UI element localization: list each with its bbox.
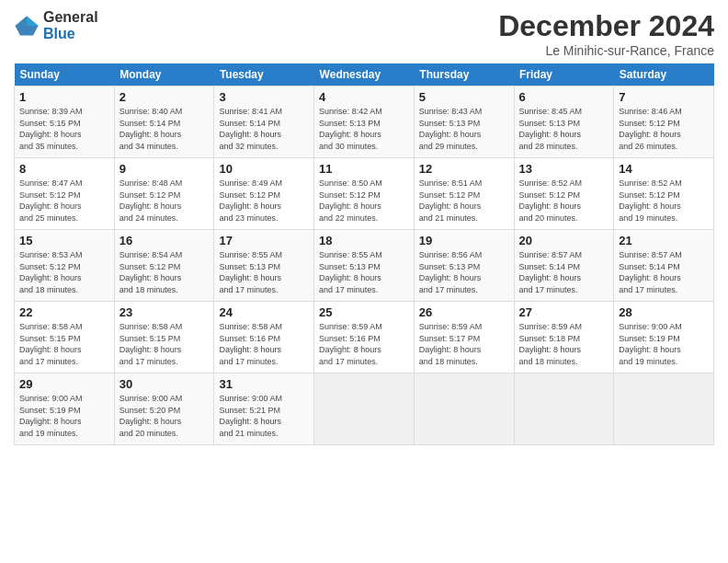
calendar-table: SundayMondayTuesdayWednesdayThursdayFrid… — [14, 63, 714, 445]
logo-text: General Blue — [43, 9, 98, 42]
calendar-cell: 1Sunrise: 8:39 AM Sunset: 5:15 PM Daylig… — [15, 86, 115, 158]
logo-general: General — [43, 9, 98, 25]
day-info: Sunrise: 8:57 AM Sunset: 5:14 PM Dayligh… — [519, 249, 609, 295]
logo-blue: Blue — [43, 26, 75, 41]
day-info: Sunrise: 9:00 AM Sunset: 5:19 PM Dayligh… — [619, 321, 709, 367]
day-info: Sunrise: 8:42 AM Sunset: 5:13 PM Dayligh… — [319, 106, 409, 152]
calendar-cell: 17Sunrise: 8:55 AM Sunset: 5:13 PM Dayli… — [214, 230, 314, 302]
day-number: 5 — [419, 90, 509, 104]
calendar-cell: 22Sunrise: 8:58 AM Sunset: 5:15 PM Dayli… — [15, 302, 115, 373]
day-info: Sunrise: 8:53 AM Sunset: 5:12 PM Dayligh… — [19, 249, 109, 295]
weekday-saturday: Saturday — [614, 63, 714, 86]
calendar-cell — [614, 373, 714, 445]
day-info: Sunrise: 8:48 AM Sunset: 5:12 PM Dayligh… — [119, 178, 210, 224]
day-number: 6 — [519, 90, 609, 104]
page-container: General Blue December 2024 Le Minihic-su… — [0, 0, 728, 454]
day-number: 20 — [519, 234, 609, 247]
calendar-cell: 24Sunrise: 8:58 AM Sunset: 5:16 PM Dayli… — [214, 302, 314, 373]
day-info: Sunrise: 8:57 AM Sunset: 5:14 PM Dayligh… — [619, 249, 709, 295]
day-number: 27 — [519, 305, 609, 319]
day-number: 24 — [219, 305, 309, 319]
week-row-4: 22Sunrise: 8:58 AM Sunset: 5:15 PM Dayli… — [15, 302, 714, 373]
day-info: Sunrise: 8:45 AM Sunset: 5:13 PM Dayligh… — [519, 106, 609, 152]
day-number: 11 — [319, 162, 409, 176]
day-info: Sunrise: 8:47 AM Sunset: 5:12 PM Dayligh… — [19, 178, 109, 224]
day-info: Sunrise: 8:43 AM Sunset: 5:13 PM Dayligh… — [419, 106, 509, 152]
day-number: 16 — [119, 234, 210, 247]
day-info: Sunrise: 9:00 AM Sunset: 5:20 PM Dayligh… — [119, 393, 210, 439]
day-info: Sunrise: 8:49 AM Sunset: 5:12 PM Dayligh… — [219, 178, 309, 224]
weekday-header-row: SundayMondayTuesdayWednesdayThursdayFrid… — [15, 63, 714, 86]
day-number: 30 — [119, 377, 210, 391]
calendar-cell: 25Sunrise: 8:59 AM Sunset: 5:16 PM Dayli… — [314, 302, 415, 373]
calendar-cell: 13Sunrise: 8:52 AM Sunset: 5:12 PM Dayli… — [514, 158, 614, 230]
day-number: 18 — [319, 234, 409, 247]
calendar-cell: 5Sunrise: 8:43 AM Sunset: 5:13 PM Daylig… — [414, 86, 514, 158]
header: General Blue December 2024 Le Minihic-su… — [14, 9, 714, 58]
day-number: 7 — [619, 90, 709, 104]
calendar-cell: 12Sunrise: 8:51 AM Sunset: 5:12 PM Dayli… — [414, 158, 514, 230]
week-row-2: 8Sunrise: 8:47 AM Sunset: 5:12 PM Daylig… — [15, 158, 714, 230]
calendar-cell: 23Sunrise: 8:58 AM Sunset: 5:15 PM Dayli… — [114, 302, 214, 373]
svg-marker-1 — [27, 17, 39, 27]
calendar-cell: 4Sunrise: 8:42 AM Sunset: 5:13 PM Daylig… — [314, 86, 415, 158]
calendar-cell: 18Sunrise: 8:55 AM Sunset: 5:13 PM Dayli… — [314, 230, 415, 302]
calendar-cell: 28Sunrise: 9:00 AM Sunset: 5:19 PM Dayli… — [614, 302, 714, 373]
calendar-cell: 19Sunrise: 8:56 AM Sunset: 5:13 PM Dayli… — [414, 230, 514, 302]
day-info: Sunrise: 8:55 AM Sunset: 5:13 PM Dayligh… — [219, 249, 309, 295]
calendar-cell — [314, 373, 415, 445]
weekday-sunday: Sunday — [15, 63, 115, 86]
day-number: 10 — [219, 162, 309, 176]
day-info: Sunrise: 8:55 AM Sunset: 5:13 PM Dayligh… — [319, 249, 409, 295]
calendar-cell: 29Sunrise: 9:00 AM Sunset: 5:19 PM Dayli… — [15, 373, 115, 445]
day-info: Sunrise: 8:52 AM Sunset: 5:12 PM Dayligh… — [619, 178, 709, 224]
weekday-wednesday: Wednesday — [314, 63, 415, 86]
calendar-cell — [414, 373, 514, 445]
day-info: Sunrise: 9:00 AM Sunset: 5:19 PM Dayligh… — [19, 393, 109, 439]
calendar-cell — [514, 373, 614, 445]
day-info: Sunrise: 8:39 AM Sunset: 5:15 PM Dayligh… — [19, 106, 109, 152]
calendar-cell: 14Sunrise: 8:52 AM Sunset: 5:12 PM Dayli… — [614, 158, 714, 230]
day-number: 29 — [19, 377, 109, 391]
calendar-cell: 27Sunrise: 8:59 AM Sunset: 5:18 PM Dayli… — [514, 302, 614, 373]
day-info: Sunrise: 8:59 AM Sunset: 5:16 PM Dayligh… — [319, 321, 409, 367]
weekday-tuesday: Tuesday — [214, 63, 314, 86]
calendar-cell: 16Sunrise: 8:54 AM Sunset: 5:12 PM Dayli… — [114, 230, 214, 302]
day-info: Sunrise: 8:52 AM Sunset: 5:12 PM Dayligh… — [519, 178, 609, 224]
calendar-cell: 3Sunrise: 8:41 AM Sunset: 5:14 PM Daylig… — [214, 86, 314, 158]
day-info: Sunrise: 8:41 AM Sunset: 5:14 PM Dayligh… — [219, 106, 309, 152]
location-title: Le Minihic-sur-Rance, France — [498, 43, 714, 58]
week-row-1: 1Sunrise: 8:39 AM Sunset: 5:15 PM Daylig… — [15, 86, 714, 158]
weekday-monday: Monday — [114, 63, 214, 86]
day-info: Sunrise: 8:58 AM Sunset: 5:15 PM Dayligh… — [119, 321, 210, 367]
weekday-friday: Friday — [514, 63, 614, 86]
calendar-cell: 26Sunrise: 8:59 AM Sunset: 5:17 PM Dayli… — [414, 302, 514, 373]
title-block: December 2024 Le Minihic-sur-Rance, Fran… — [498, 9, 714, 58]
day-info: Sunrise: 8:56 AM Sunset: 5:13 PM Dayligh… — [419, 249, 509, 295]
day-number: 9 — [119, 162, 210, 176]
calendar-cell: 6Sunrise: 8:45 AM Sunset: 5:13 PM Daylig… — [514, 86, 614, 158]
weekday-thursday: Thursday — [414, 63, 514, 86]
day-number: 1 — [19, 90, 109, 104]
calendar-cell: 11Sunrise: 8:50 AM Sunset: 5:12 PM Dayli… — [314, 158, 415, 230]
day-number: 12 — [419, 162, 509, 176]
day-info: Sunrise: 8:58 AM Sunset: 5:15 PM Dayligh… — [19, 321, 109, 367]
calendar-cell: 21Sunrise: 8:57 AM Sunset: 5:14 PM Dayli… — [614, 230, 714, 302]
day-info: Sunrise: 8:59 AM Sunset: 5:18 PM Dayligh… — [519, 321, 609, 367]
day-info: Sunrise: 8:54 AM Sunset: 5:12 PM Dayligh… — [119, 249, 210, 295]
day-number: 13 — [519, 162, 609, 176]
month-title: December 2024 — [498, 9, 714, 43]
day-info: Sunrise: 8:50 AM Sunset: 5:12 PM Dayligh… — [319, 178, 409, 224]
day-info: Sunrise: 8:59 AM Sunset: 5:17 PM Dayligh… — [419, 321, 509, 367]
calendar-cell: 31Sunrise: 9:00 AM Sunset: 5:21 PM Dayli… — [214, 373, 314, 445]
calendar-cell: 15Sunrise: 8:53 AM Sunset: 5:12 PM Dayli… — [15, 230, 115, 302]
day-number: 3 — [219, 90, 309, 104]
day-number: 28 — [619, 305, 709, 319]
day-number: 8 — [19, 162, 109, 176]
logo: General Blue — [14, 9, 98, 42]
day-number: 25 — [319, 305, 409, 319]
day-number: 22 — [19, 305, 109, 319]
week-row-3: 15Sunrise: 8:53 AM Sunset: 5:12 PM Dayli… — [15, 230, 714, 302]
day-number: 4 — [319, 90, 409, 104]
day-number: 31 — [219, 377, 309, 391]
